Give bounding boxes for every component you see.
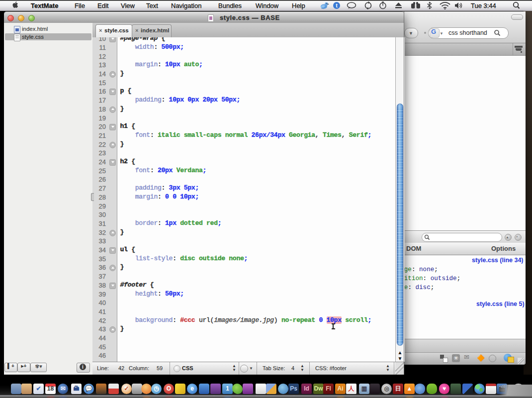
svg-text:t: t: [336, 2, 338, 8]
